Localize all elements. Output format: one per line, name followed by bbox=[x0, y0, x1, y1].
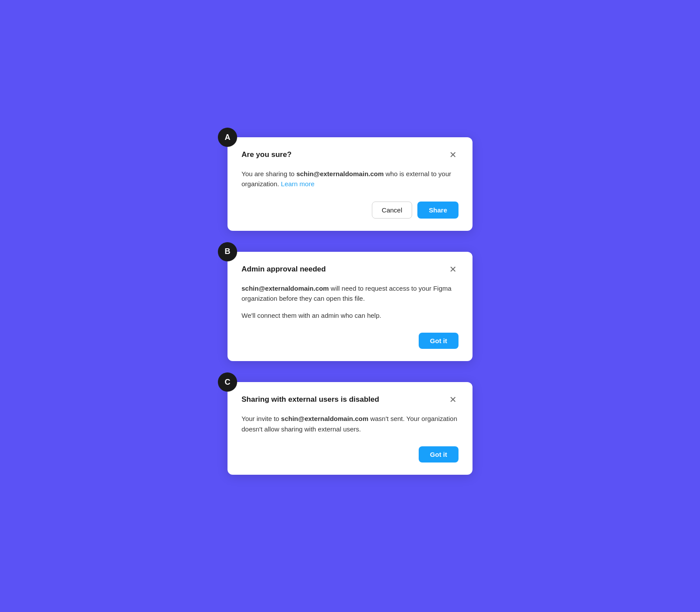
dialog-a-title: Are you sure? bbox=[242, 150, 291, 159]
dialog-b-close-button[interactable]: ✕ bbox=[448, 264, 458, 275]
dialog-a-wrapper: A Are you sure? ✕ You are sharing to sch… bbox=[228, 137, 472, 231]
dialog-a-header: Are you sure? ✕ bbox=[242, 150, 458, 160]
dialog-a-footer: Cancel Share bbox=[242, 202, 458, 219]
dialog-c: Sharing with external users is disabled … bbox=[228, 382, 472, 475]
dialog-a-confirm-button[interactable]: Share bbox=[417, 202, 458, 219]
dialog-b-confirm-button[interactable]: Got it bbox=[419, 333, 458, 349]
dialog-c-wrapper: C Sharing with external users is disable… bbox=[228, 382, 472, 475]
dialog-b-body-p2: We'll connect them with an admin who can… bbox=[242, 310, 458, 320]
dialog-a-cancel-button[interactable]: Cancel bbox=[372, 202, 413, 219]
dialog-c-confirm-button[interactable]: Got it bbox=[419, 446, 458, 462]
dialog-c-title: Sharing with external users is disabled bbox=[242, 395, 379, 404]
dialog-a-email: schin@externaldomain.com bbox=[296, 170, 384, 177]
dialog-a: Are you sure? ✕ You are sharing to schin… bbox=[228, 137, 472, 231]
dialog-c-close-button[interactable]: ✕ bbox=[448, 394, 458, 405]
dialog-b: Admin approval needed ✕ schin@externaldo… bbox=[228, 252, 472, 362]
dialog-c-footer: Got it bbox=[242, 446, 458, 462]
dialog-a-body: You are sharing to schin@externaldomain.… bbox=[242, 169, 458, 189]
dialog-b-body-p1: schin@externaldomain.com will need to re… bbox=[242, 283, 458, 304]
badge-a: A bbox=[218, 128, 237, 147]
dialog-c-body: Your invite to schin@externaldomain.com … bbox=[242, 414, 458, 434]
dialog-c-header: Sharing with external users is disabled … bbox=[242, 394, 458, 405]
dialog-b-header: Admin approval needed ✕ bbox=[242, 264, 458, 275]
dialog-c-email: schin@externaldomain.com bbox=[281, 415, 368, 422]
dialog-b-email: schin@externaldomain.com bbox=[242, 285, 329, 292]
dialog-b-footer: Got it bbox=[242, 333, 458, 349]
dialog-b-title: Admin approval needed bbox=[242, 265, 326, 274]
dialog-b-wrapper: B Admin approval needed ✕ schin@external… bbox=[228, 252, 472, 362]
dialog-b-body: schin@externaldomain.com will need to re… bbox=[242, 283, 458, 321]
badge-b: B bbox=[218, 242, 237, 261]
dialog-a-close-button[interactable]: ✕ bbox=[448, 150, 458, 160]
dialog-a-learn-more-link[interactable]: Learn more bbox=[281, 180, 315, 188]
